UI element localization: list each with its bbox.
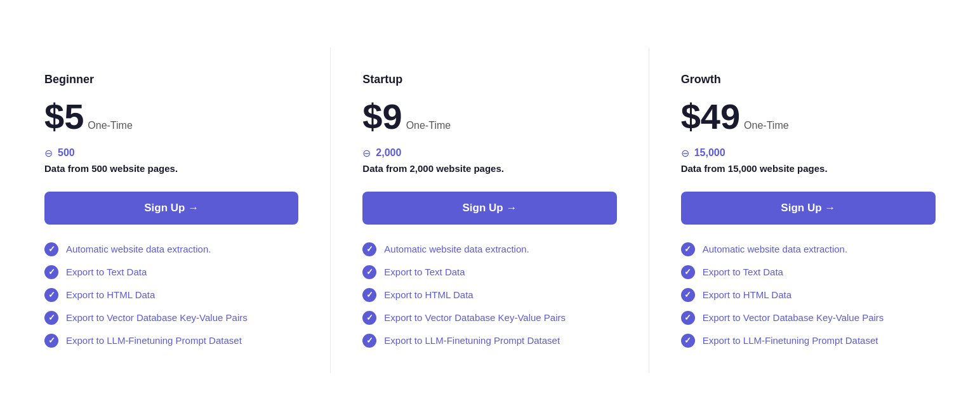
feature-label-beginner-2: Export to HTML Data bbox=[66, 289, 155, 300]
check-icon-startup-3 bbox=[362, 311, 376, 325]
check-icon-beginner-3 bbox=[44, 311, 58, 325]
price-row-startup: $9 One-Time bbox=[362, 99, 616, 135]
credits-amount-growth: 15,000 bbox=[694, 147, 725, 159]
features-list-startup: Automatic website data extraction. Expor… bbox=[362, 242, 616, 348]
pricing-card-growth: Growth $49 One-Time ⊖ 15,000 Data from 1… bbox=[649, 48, 967, 373]
feature-item-growth-1: Export to Text Data bbox=[681, 265, 936, 279]
feature-item-beginner-1: Export to Text Data bbox=[44, 265, 298, 279]
check-icon-beginner-1 bbox=[44, 265, 58, 279]
feature-label-beginner-4: Export to LLM-Finetuning Prompt Dataset bbox=[66, 335, 242, 346]
feature-item-growth-0: Automatic website data extraction. bbox=[681, 242, 936, 256]
feature-item-beginner-3: Export to Vector Database Key-Value Pair… bbox=[44, 311, 298, 325]
feature-item-startup-4: Export to LLM-Finetuning Prompt Dataset bbox=[362, 334, 616, 348]
features-list-growth: Automatic website data extraction. Expor… bbox=[681, 242, 936, 348]
price-period-beginner: One-Time bbox=[88, 120, 133, 131]
feature-label-growth-1: Export to Text Data bbox=[703, 266, 783, 277]
credits-desc-startup: Data from 2,000 website pages. bbox=[362, 163, 616, 174]
feature-label-beginner-0: Automatic website data extraction. bbox=[66, 244, 211, 254]
price-amount-growth: $49 bbox=[681, 99, 740, 135]
feature-label-beginner-1: Export to Text Data bbox=[66, 266, 147, 277]
feature-label-startup-2: Export to HTML Data bbox=[384, 289, 473, 300]
pricing-card-beginner: Beginner $5 One-Time ⊖ 500 Data from 500… bbox=[13, 48, 331, 373]
feature-label-growth-2: Export to HTML Data bbox=[703, 289, 791, 300]
feature-label-startup-1: Export to Text Data bbox=[384, 266, 465, 277]
credits-desc-beginner: Data from 500 website pages. bbox=[44, 163, 298, 174]
feature-item-beginner-4: Export to LLM-Finetuning Prompt Dataset bbox=[44, 334, 298, 348]
check-icon-beginner-2 bbox=[44, 288, 58, 302]
credits-row-growth: ⊖ 15,000 bbox=[681, 147, 936, 159]
feature-item-startup-2: Export to HTML Data bbox=[362, 288, 616, 302]
plan-name-beginner: Beginner bbox=[44, 73, 298, 86]
check-icon-growth-2 bbox=[681, 288, 695, 302]
price-amount-startup: $9 bbox=[362, 99, 402, 135]
feature-label-growth-0: Automatic website data extraction. bbox=[703, 244, 847, 254]
feature-item-beginner-0: Automatic website data extraction. bbox=[44, 242, 298, 256]
plan-name-startup: Startup bbox=[362, 73, 616, 86]
check-icon-growth-0 bbox=[681, 242, 695, 256]
check-icon-growth-4 bbox=[681, 334, 695, 348]
feature-item-beginner-2: Export to HTML Data bbox=[44, 288, 298, 302]
feature-item-startup-0: Automatic website data extraction. bbox=[362, 242, 616, 256]
feature-label-growth-3: Export to Vector Database Key-Value Pair… bbox=[703, 312, 884, 323]
price-amount-beginner: $5 bbox=[44, 99, 84, 135]
check-icon-growth-1 bbox=[681, 265, 695, 279]
signup-button-beginner[interactable]: Sign Up → bbox=[44, 192, 298, 225]
feature-label-startup-3: Export to Vector Database Key-Value Pair… bbox=[384, 312, 566, 323]
feature-label-growth-4: Export to LLM-Finetuning Prompt Dataset bbox=[703, 335, 878, 346]
feature-item-startup-1: Export to Text Data bbox=[362, 265, 616, 279]
pricing-grid: Beginner $5 One-Time ⊖ 500 Data from 500… bbox=[13, 48, 967, 373]
feature-label-beginner-3: Export to Vector Database Key-Value Pair… bbox=[66, 312, 248, 323]
credits-row-beginner: ⊖ 500 bbox=[44, 147, 298, 159]
feature-item-growth-3: Export to Vector Database Key-Value Pair… bbox=[681, 311, 936, 325]
signup-button-startup[interactable]: Sign Up → bbox=[362, 192, 616, 225]
price-row-growth: $49 One-Time bbox=[681, 99, 936, 135]
pricing-card-startup: Startup $9 One-Time ⊖ 2,000 Data from 2,… bbox=[331, 48, 649, 373]
credits-amount-startup: 2,000 bbox=[376, 147, 401, 159]
feature-label-startup-4: Export to LLM-Finetuning Prompt Dataset bbox=[384, 335, 560, 346]
signup-button-growth[interactable]: Sign Up → bbox=[681, 192, 936, 225]
feature-item-growth-4: Export to LLM-Finetuning Prompt Dataset bbox=[681, 334, 936, 348]
price-period-startup: One-Time bbox=[406, 120, 451, 131]
credits-row-startup: ⊖ 2,000 bbox=[362, 147, 616, 159]
plan-name-growth: Growth bbox=[681, 73, 936, 86]
feature-item-growth-2: Export to HTML Data bbox=[681, 288, 936, 302]
check-icon-startup-4 bbox=[362, 334, 376, 348]
price-period-growth: One-Time bbox=[744, 120, 789, 131]
check-icon-beginner-0 bbox=[44, 242, 58, 256]
check-icon-startup-0 bbox=[362, 242, 376, 256]
check-icon-startup-2 bbox=[362, 288, 376, 302]
check-icon-growth-3 bbox=[681, 311, 695, 325]
feature-label-startup-0: Automatic website data extraction. bbox=[384, 244, 529, 254]
credits-icon-startup: ⊖ bbox=[362, 147, 371, 159]
credits-icon-beginner: ⊖ bbox=[44, 147, 53, 159]
feature-item-startup-3: Export to Vector Database Key-Value Pair… bbox=[362, 311, 616, 325]
credits-desc-growth: Data from 15,000 website pages. bbox=[681, 163, 936, 174]
check-icon-startup-1 bbox=[362, 265, 376, 279]
features-list-beginner: Automatic website data extraction. Expor… bbox=[44, 242, 298, 348]
credits-icon-growth: ⊖ bbox=[681, 147, 689, 159]
credits-amount-beginner: 500 bbox=[58, 147, 75, 159]
price-row-beginner: $5 One-Time bbox=[44, 99, 298, 135]
check-icon-beginner-4 bbox=[44, 334, 58, 348]
